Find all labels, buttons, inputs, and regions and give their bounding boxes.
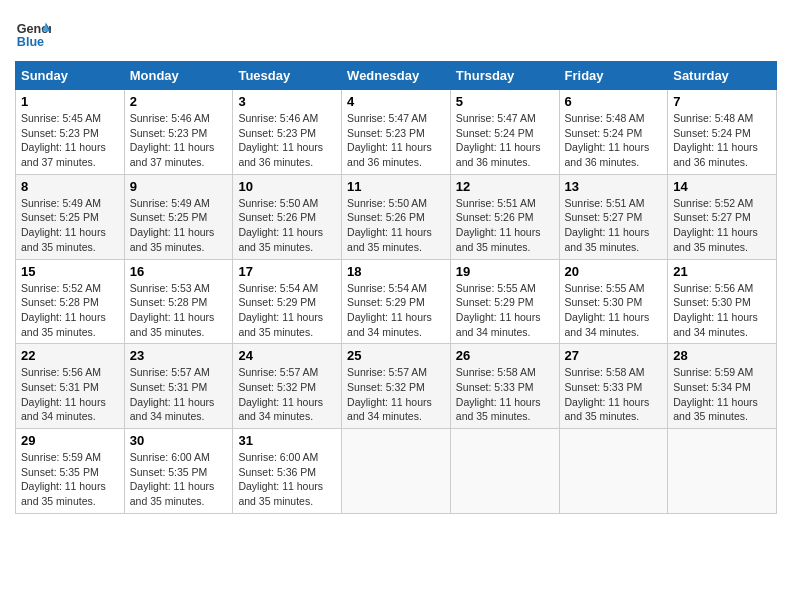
calendar-cell: 5 Sunrise: 5:47 AMSunset: 5:24 PMDayligh… bbox=[450, 90, 559, 175]
day-info: Sunrise: 5:58 AMSunset: 5:33 PMDaylight:… bbox=[456, 366, 541, 422]
day-number: 4 bbox=[347, 94, 445, 109]
calendar-cell: 29 Sunrise: 5:59 AMSunset: 5:35 PMDaylig… bbox=[16, 429, 125, 514]
svg-text:Blue: Blue bbox=[17, 35, 44, 49]
day-info: Sunrise: 5:51 AMSunset: 5:27 PMDaylight:… bbox=[565, 197, 650, 253]
day-number: 17 bbox=[238, 264, 336, 279]
calendar-cell: 14 Sunrise: 5:52 AMSunset: 5:27 PMDaylig… bbox=[668, 174, 777, 259]
weekday-header-tuesday: Tuesday bbox=[233, 62, 342, 90]
weekday-header-friday: Friday bbox=[559, 62, 668, 90]
calendar-cell: 1 Sunrise: 5:45 AMSunset: 5:23 PMDayligh… bbox=[16, 90, 125, 175]
day-number: 16 bbox=[130, 264, 228, 279]
weekday-header-saturday: Saturday bbox=[668, 62, 777, 90]
day-number: 8 bbox=[21, 179, 119, 194]
day-info: Sunrise: 5:45 AMSunset: 5:23 PMDaylight:… bbox=[21, 112, 106, 168]
day-info: Sunrise: 5:50 AMSunset: 5:26 PMDaylight:… bbox=[347, 197, 432, 253]
calendar-cell: 27 Sunrise: 5:58 AMSunset: 5:33 PMDaylig… bbox=[559, 344, 668, 429]
day-info: Sunrise: 5:48 AMSunset: 5:24 PMDaylight:… bbox=[673, 112, 758, 168]
day-info: Sunrise: 5:55 AMSunset: 5:29 PMDaylight:… bbox=[456, 282, 541, 338]
day-number: 9 bbox=[130, 179, 228, 194]
calendar-cell: 19 Sunrise: 5:55 AMSunset: 5:29 PMDaylig… bbox=[450, 259, 559, 344]
day-info: Sunrise: 6:00 AMSunset: 5:35 PMDaylight:… bbox=[130, 451, 215, 507]
calendar-cell: 28 Sunrise: 5:59 AMSunset: 5:34 PMDaylig… bbox=[668, 344, 777, 429]
calendar-cell bbox=[450, 429, 559, 514]
day-info: Sunrise: 5:51 AMSunset: 5:26 PMDaylight:… bbox=[456, 197, 541, 253]
day-number: 5 bbox=[456, 94, 554, 109]
day-number: 24 bbox=[238, 348, 336, 363]
day-number: 19 bbox=[456, 264, 554, 279]
calendar-cell: 25 Sunrise: 5:57 AMSunset: 5:32 PMDaylig… bbox=[342, 344, 451, 429]
day-info: Sunrise: 5:47 AMSunset: 5:24 PMDaylight:… bbox=[456, 112, 541, 168]
day-number: 22 bbox=[21, 348, 119, 363]
weekday-header-sunday: Sunday bbox=[16, 62, 125, 90]
calendar-cell: 30 Sunrise: 6:00 AMSunset: 5:35 PMDaylig… bbox=[124, 429, 233, 514]
calendar-cell bbox=[342, 429, 451, 514]
calendar-cell: 4 Sunrise: 5:47 AMSunset: 5:23 PMDayligh… bbox=[342, 90, 451, 175]
day-number: 23 bbox=[130, 348, 228, 363]
day-info: Sunrise: 5:52 AMSunset: 5:28 PMDaylight:… bbox=[21, 282, 106, 338]
day-number: 31 bbox=[238, 433, 336, 448]
calendar-cell: 18 Sunrise: 5:54 AMSunset: 5:29 PMDaylig… bbox=[342, 259, 451, 344]
calendar-cell bbox=[668, 429, 777, 514]
calendar-cell: 3 Sunrise: 5:46 AMSunset: 5:23 PMDayligh… bbox=[233, 90, 342, 175]
day-number: 2 bbox=[130, 94, 228, 109]
calendar-cell: 8 Sunrise: 5:49 AMSunset: 5:25 PMDayligh… bbox=[16, 174, 125, 259]
day-info: Sunrise: 5:57 AMSunset: 5:31 PMDaylight:… bbox=[130, 366, 215, 422]
day-number: 10 bbox=[238, 179, 336, 194]
day-info: Sunrise: 5:57 AMSunset: 5:32 PMDaylight:… bbox=[238, 366, 323, 422]
day-info: Sunrise: 5:57 AMSunset: 5:32 PMDaylight:… bbox=[347, 366, 432, 422]
calendar: SundayMondayTuesdayWednesdayThursdayFrid… bbox=[15, 61, 777, 514]
calendar-cell bbox=[559, 429, 668, 514]
calendar-cell: 16 Sunrise: 5:53 AMSunset: 5:28 PMDaylig… bbox=[124, 259, 233, 344]
day-info: Sunrise: 5:48 AMSunset: 5:24 PMDaylight:… bbox=[565, 112, 650, 168]
weekday-header-monday: Monday bbox=[124, 62, 233, 90]
day-number: 27 bbox=[565, 348, 663, 363]
day-number: 13 bbox=[565, 179, 663, 194]
calendar-cell: 22 Sunrise: 5:56 AMSunset: 5:31 PMDaylig… bbox=[16, 344, 125, 429]
logo: General Blue bbox=[15, 15, 55, 51]
calendar-cell: 20 Sunrise: 5:55 AMSunset: 5:30 PMDaylig… bbox=[559, 259, 668, 344]
calendar-cell: 26 Sunrise: 5:58 AMSunset: 5:33 PMDaylig… bbox=[450, 344, 559, 429]
day-info: Sunrise: 5:55 AMSunset: 5:30 PMDaylight:… bbox=[565, 282, 650, 338]
day-number: 15 bbox=[21, 264, 119, 279]
calendar-cell: 11 Sunrise: 5:50 AMSunset: 5:26 PMDaylig… bbox=[342, 174, 451, 259]
day-info: Sunrise: 5:54 AMSunset: 5:29 PMDaylight:… bbox=[238, 282, 323, 338]
day-number: 12 bbox=[456, 179, 554, 194]
day-info: Sunrise: 5:56 AMSunset: 5:31 PMDaylight:… bbox=[21, 366, 106, 422]
calendar-cell: 17 Sunrise: 5:54 AMSunset: 5:29 PMDaylig… bbox=[233, 259, 342, 344]
day-number: 26 bbox=[456, 348, 554, 363]
calendar-cell: 12 Sunrise: 5:51 AMSunset: 5:26 PMDaylig… bbox=[450, 174, 559, 259]
day-number: 7 bbox=[673, 94, 771, 109]
calendar-cell: 24 Sunrise: 5:57 AMSunset: 5:32 PMDaylig… bbox=[233, 344, 342, 429]
day-info: Sunrise: 5:50 AMSunset: 5:26 PMDaylight:… bbox=[238, 197, 323, 253]
day-number: 30 bbox=[130, 433, 228, 448]
weekday-header-thursday: Thursday bbox=[450, 62, 559, 90]
calendar-cell: 13 Sunrise: 5:51 AMSunset: 5:27 PMDaylig… bbox=[559, 174, 668, 259]
day-number: 25 bbox=[347, 348, 445, 363]
calendar-cell: 15 Sunrise: 5:52 AMSunset: 5:28 PMDaylig… bbox=[16, 259, 125, 344]
weekday-header-wednesday: Wednesday bbox=[342, 62, 451, 90]
calendar-cell: 10 Sunrise: 5:50 AMSunset: 5:26 PMDaylig… bbox=[233, 174, 342, 259]
calendar-cell: 7 Sunrise: 5:48 AMSunset: 5:24 PMDayligh… bbox=[668, 90, 777, 175]
calendar-cell: 6 Sunrise: 5:48 AMSunset: 5:24 PMDayligh… bbox=[559, 90, 668, 175]
calendar-cell: 2 Sunrise: 5:46 AMSunset: 5:23 PMDayligh… bbox=[124, 90, 233, 175]
day-info: Sunrise: 5:59 AMSunset: 5:34 PMDaylight:… bbox=[673, 366, 758, 422]
day-number: 3 bbox=[238, 94, 336, 109]
day-info: Sunrise: 5:54 AMSunset: 5:29 PMDaylight:… bbox=[347, 282, 432, 338]
day-info: Sunrise: 5:49 AMSunset: 5:25 PMDaylight:… bbox=[130, 197, 215, 253]
day-number: 21 bbox=[673, 264, 771, 279]
day-info: Sunrise: 5:47 AMSunset: 5:23 PMDaylight:… bbox=[347, 112, 432, 168]
day-number: 1 bbox=[21, 94, 119, 109]
day-info: Sunrise: 6:00 AMSunset: 5:36 PMDaylight:… bbox=[238, 451, 323, 507]
day-info: Sunrise: 5:58 AMSunset: 5:33 PMDaylight:… bbox=[565, 366, 650, 422]
day-info: Sunrise: 5:46 AMSunset: 5:23 PMDaylight:… bbox=[238, 112, 323, 168]
day-info: Sunrise: 5:52 AMSunset: 5:27 PMDaylight:… bbox=[673, 197, 758, 253]
calendar-cell: 9 Sunrise: 5:49 AMSunset: 5:25 PMDayligh… bbox=[124, 174, 233, 259]
day-number: 14 bbox=[673, 179, 771, 194]
day-number: 20 bbox=[565, 264, 663, 279]
day-number: 28 bbox=[673, 348, 771, 363]
day-number: 6 bbox=[565, 94, 663, 109]
calendar-cell: 31 Sunrise: 6:00 AMSunset: 5:36 PMDaylig… bbox=[233, 429, 342, 514]
day-info: Sunrise: 5:59 AMSunset: 5:35 PMDaylight:… bbox=[21, 451, 106, 507]
day-info: Sunrise: 5:56 AMSunset: 5:30 PMDaylight:… bbox=[673, 282, 758, 338]
day-info: Sunrise: 5:53 AMSunset: 5:28 PMDaylight:… bbox=[130, 282, 215, 338]
